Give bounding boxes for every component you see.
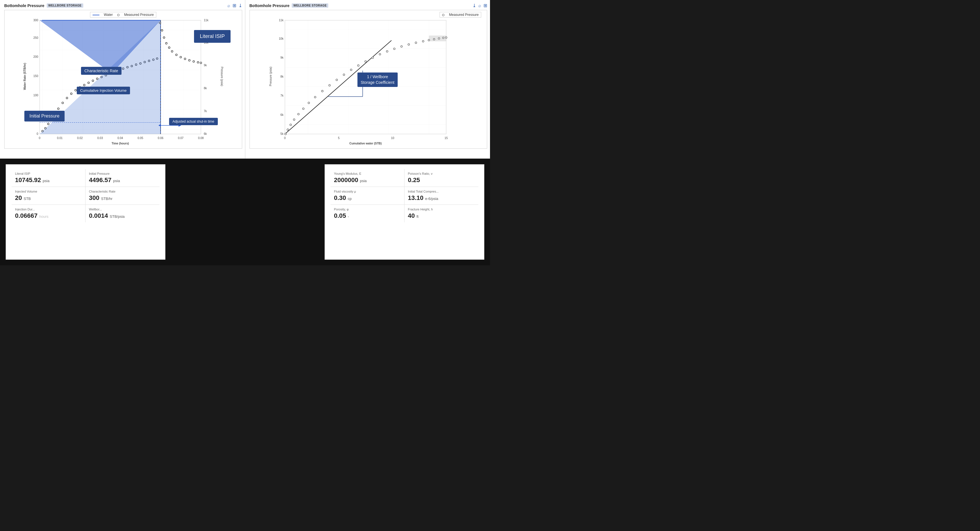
initial-pressure-unit: psia [113,179,120,183]
svg-point-61 [165,43,167,44]
left-data-card: Literal ISIP 10745.92 psia Initial Press… [6,164,165,260]
wellbore-coeff-value: 0.0014 [89,212,108,219]
right-grid-icon[interactable]: ⊞ [484,3,487,8]
svg-point-92 [284,133,286,135]
svg-text:5k: 5k [280,132,284,135]
right-download-icon[interactable]: ⤓ [473,3,476,8]
characteristic-rate-value: 300 [89,194,99,202]
fracture-height-label: Fracture Height, h [408,208,475,211]
svg-point-105 [358,65,359,66]
injection-dur-value: 0.06667 [15,212,38,219]
injection-dur-field: Injection Dur... 0.06667 hours [12,205,86,222]
poissons-ratio-field: Poisson's Ratio, v 0.25 [404,169,478,187]
fracture-height-field: Fracture Height, h 40 ft [404,205,478,222]
svg-point-112 [408,44,410,45]
initial-pressure-value: 4496.57 [89,176,111,184]
wellbore-storage-box: 1 / WellboreStorage Coefficient [358,73,398,87]
literal-isip-field: Literal ISIP 10745.92 psia [12,169,86,187]
download-icon[interactable]: ⤓ [239,3,242,8]
svg-text:150: 150 [33,75,38,78]
svg-text:Time (hours): Time (hours) [111,142,129,145]
right-legend-measured-label: Measured Pressure [449,13,479,17]
total-compressibility-unit: e-6/psia [425,197,438,201]
svg-text:11k: 11k [204,19,208,22]
svg-text:200: 200 [33,55,38,58]
svg-point-40 [83,84,85,86]
svg-text:Water Rate (STB/hr): Water Rate (STB/hr) [23,63,26,90]
svg-text:0.06: 0.06 [158,137,164,140]
bottom-spacer [171,164,319,260]
svg-point-104 [350,69,352,70]
wellbore-coeff-label: Wellbor... [89,208,156,211]
svg-text:Pressure (psia): Pressure (psia) [269,67,272,86]
right-data-card: Young's Modulus, E 2000000 psia Poisson'… [325,164,484,260]
svg-text:8k: 8k [204,87,207,90]
svg-text:9k: 9k [280,56,284,59]
grid-icon[interactable]: ⊞ [232,3,236,8]
injection-dur-label: Injection Dur... [15,208,82,211]
svg-point-59 [161,29,163,31]
right-title-group: Bottomhole Pressure WELLBORE STORAGE [250,3,329,8]
left-title-group: Bottomhole Pressure WELLBORE STORAGE [4,3,83,8]
wellbore-coeff-field: Wellbor... 0.0014 STB/psia [86,205,159,222]
svg-point-36 [66,97,68,99]
svg-point-102 [336,79,337,81]
svg-point-34 [57,108,59,110]
right-crosshair-icon[interactable]: ⌕ [478,3,481,8]
svg-point-70 [200,62,202,64]
cumulative-injection-box: Cumulative Injection Volume [77,87,130,94]
svg-point-94 [290,124,291,126]
svg-text:5: 5 [338,137,340,140]
left-legend: Water Measured Pressure [90,12,156,17]
svg-text:100: 100 [33,94,38,97]
fracture-height-unit: ft [416,215,418,219]
svg-text:0.02: 0.02 [77,137,83,140]
crosshair-icon[interactable]: ⌕ [228,3,230,8]
legend-measured-label: Measured Pressure [124,13,154,17]
svg-point-42 [92,80,94,81]
porosity-unit: - [348,215,349,219]
porosity-value: 0.05 [334,212,346,219]
svg-text:10k: 10k [279,37,283,40]
left-card-grid: Literal ISIP 10745.92 psia Initial Press… [12,169,159,222]
right-legend-dot-symbol [442,13,444,17]
svg-text:0: 0 [39,137,40,140]
svg-point-98 [308,102,310,103]
initial-pressure-label: Initial Pressure [89,172,156,175]
right-panel-icons: ⤓ ⌕ ⊞ [473,3,487,8]
injected-volume-value: 20 [15,194,22,202]
svg-text:0: 0 [284,137,286,140]
svg-text:300: 300 [33,19,38,22]
legend-water-label: Water [104,13,113,17]
svg-point-110 [393,48,395,49]
svg-text:0: 0 [37,132,38,135]
legend-line-symbol [92,13,99,17]
legend-dot-symbol [117,13,119,17]
left-panel-header: Bottomhole Pressure WELLBORE STORAGE ⌕ ⊞… [4,3,242,8]
svg-point-97 [302,108,304,110]
bottom-section: Literal ISIP 10745.92 psia Initial Press… [0,159,490,266]
left-chart-panel: Bottomhole Pressure WELLBORE STORAGE ⌕ ⊞… [0,0,245,159]
svg-point-63 [171,51,173,52]
svg-point-69 [197,62,199,63]
svg-point-35 [62,102,64,103]
svg-text:Cumulative water (STB): Cumulative water (STB) [349,142,382,145]
svg-text:9k: 9k [204,64,207,67]
svg-text:Pressure (psia): Pressure (psia) [220,67,223,86]
svg-point-68 [193,60,194,62]
svg-text:0.03: 0.03 [97,137,103,140]
poissons-ratio-label: Poisson's Ratio, v [408,172,475,175]
svg-point-108 [379,54,381,55]
svg-point-107 [372,57,373,59]
literal-isip-value: 10745.92 [15,176,41,184]
svg-point-64 [176,54,177,56]
svg-point-60 [163,37,165,38]
svg-point-37 [70,93,72,95]
svg-text:0.05: 0.05 [138,137,143,140]
svg-text:15: 15 [444,137,448,140]
left-chart-title: Bottomhole Pressure [4,3,45,8]
injection-dur-unit: hours [39,215,49,219]
svg-text:6k: 6k [280,113,284,116]
right-card-grid: Young's Modulus, E 2000000 psia Poisson'… [331,169,478,222]
initial-pressure-box: Initial Pressure [24,111,65,121]
